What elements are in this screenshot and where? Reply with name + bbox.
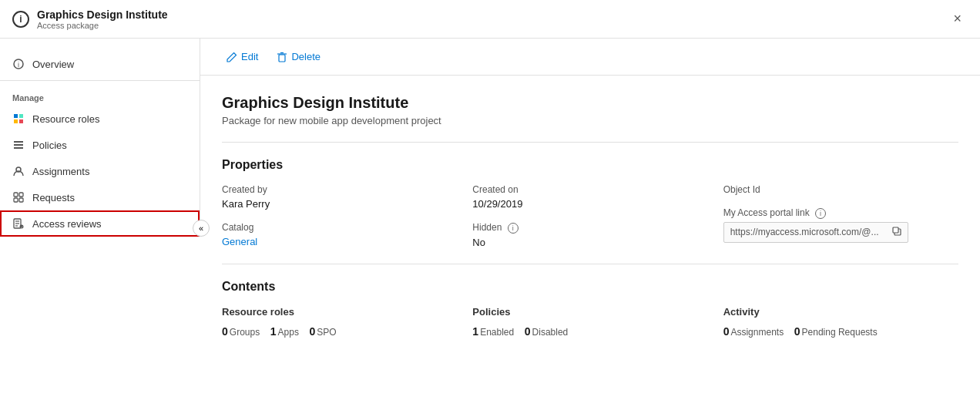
sidebar-requests-label: Requests (32, 192, 75, 203)
delete-icon (277, 52, 287, 62)
page-subtitle: Package for new mobile app development p… (222, 115, 958, 126)
toolbar: Edit Delete (200, 39, 980, 76)
activity-content-title: Activity (723, 306, 958, 318)
sidebar-item-access-reviews[interactable]: ✓ Access reviews (0, 210, 200, 237)
page-title: Graphics Design Institute (222, 94, 958, 112)
spo-count: 0 (310, 325, 316, 338)
main-content: Edit Delete Graphics Design Institute Pa… (200, 39, 980, 417)
enabled-count: 1 (472, 325, 478, 338)
sidebar-assignments-label: Assignments (32, 166, 89, 177)
created-by-value: Kara Perry (222, 198, 457, 210)
info-circle-icon: i (12, 11, 29, 28)
svg-rect-7 (14, 144, 23, 146)
resource-roles-stats: 0Groups 1Apps 0SPO (222, 325, 457, 338)
groups-count: 0 (222, 325, 228, 338)
edit-icon (227, 52, 237, 62)
hidden-label: Hidden i (472, 222, 707, 234)
catalog-value[interactable]: General (222, 236, 257, 247)
properties-grid: Created by Kara Perry Catalog General Cr… (222, 184, 958, 248)
title-bar-left: i Graphics Design Institute Access packa… (12, 8, 168, 30)
activity-stats: 0Assignments 0Pending Requests (723, 325, 958, 338)
svg-text:i: i (18, 61, 19, 69)
svg-rect-8 (14, 147, 23, 149)
created-on-label: Created on (472, 184, 707, 195)
prop-created-by: Created by Kara Perry Catalog General (222, 184, 457, 248)
title-text-block: Graphics Design Institute Access package (37, 8, 168, 30)
object-id-label: Object Id (723, 184, 958, 195)
created-on-value: 10/29/2019 (472, 198, 707, 210)
sidebar-policies-label: Policies (32, 140, 67, 151)
resource-roles-icon (12, 113, 25, 125)
contents-policies: Policies 1Enabled 0Disabled (472, 306, 707, 338)
copy-icon[interactable] (892, 227, 901, 238)
sidebar-item-resource-roles[interactable]: Resource roles (0, 106, 200, 132)
prop-object-id: Object Id My Access portal link i https:… (723, 184, 958, 248)
sidebar-overview-label: Overview (32, 59, 74, 70)
svg-rect-5 (19, 119, 23, 123)
svg-rect-3 (19, 114, 23, 118)
portal-link-label: My Access portal link i (723, 207, 958, 219)
sidebar: « i Overview Manage (0, 39, 200, 237)
apps-count: 1 (270, 325, 277, 338)
divider-2 (222, 264, 958, 264)
properties-title: Properties (222, 158, 958, 172)
policies-stats: 1Enabled 0Disabled (472, 325, 707, 338)
svg-rect-20 (279, 55, 285, 62)
contents-activity: Activity 0Assignments 0Pending Requests (723, 306, 958, 338)
svg-rect-12 (14, 198, 18, 202)
sidebar-item-requests[interactable]: Requests (0, 184, 200, 210)
sidebar-access-reviews-label: Access reviews (32, 218, 102, 230)
contents-resource-roles: Resource roles 0Groups 1Apps 0SPO (222, 306, 457, 338)
catalog-label: Catalog (222, 222, 457, 233)
sidebar-item-overview[interactable]: i Overview (0, 51, 200, 77)
contents-grid: Resource roles 0Groups 1Apps 0SPO Polici… (222, 306, 958, 338)
svg-rect-13 (19, 198, 23, 202)
svg-rect-24 (893, 227, 898, 233)
svg-rect-2 (14, 114, 18, 118)
disabled-count: 0 (525, 325, 531, 338)
edit-label: Edit (241, 51, 258, 62)
sidebar-manage-label: Manage (0, 84, 200, 106)
resource-roles-content-title: Resource roles (222, 306, 457, 318)
svg-rect-6 (14, 141, 23, 143)
edit-button[interactable]: Edit (219, 46, 266, 67)
title-bar: i Graphics Design Institute Access packa… (0, 0, 980, 39)
svg-text:✓: ✓ (21, 225, 23, 229)
requests-icon (12, 191, 25, 203)
close-button[interactable]: × (947, 8, 968, 30)
window-subtitle: Access package (37, 21, 168, 30)
svg-rect-10 (14, 193, 18, 197)
policies-content-title: Policies (472, 306, 707, 318)
portal-link-box: https://myaccess.microsoft.com/@... (723, 222, 908, 243)
hidden-value: No (472, 237, 707, 248)
svg-rect-11 (19, 193, 23, 197)
svg-rect-4 (14, 119, 18, 123)
pending-requests-count: 0 (794, 325, 800, 338)
delete-label: Delete (291, 51, 321, 62)
sidebar-resource-roles-label: Resource roles (32, 113, 99, 125)
sidebar-wrapper: « i Overview Manage (0, 39, 200, 417)
portal-link-value: https://myaccess.microsoft.com/@... (730, 227, 888, 237)
sidebar-item-assignments[interactable]: Assignments (0, 158, 200, 184)
policies-icon (12, 139, 25, 151)
main-layout: « i Overview Manage (0, 39, 980, 417)
access-reviews-icon: ✓ (12, 217, 25, 230)
assignments-icon (12, 165, 25, 177)
contents-title: Contents (222, 280, 958, 294)
sidebar-item-policies[interactable]: Policies (0, 132, 200, 158)
created-by-label: Created by (222, 184, 457, 195)
assignments-count: 0 (723, 325, 730, 338)
prop-created-on: Created on 10/29/2019 Hidden i No (472, 184, 707, 248)
delete-button[interactable]: Delete (269, 46, 328, 67)
sidebar-divider-1 (0, 80, 200, 81)
hidden-info-icon: i (508, 223, 519, 234)
portal-link-info-icon: i (815, 208, 826, 219)
page-content: Graphics Design Institute Package for ne… (200, 76, 980, 356)
overview-icon: i (12, 58, 25, 70)
divider-1 (222, 142, 958, 143)
window-title: Graphics Design Institute (37, 8, 168, 21)
